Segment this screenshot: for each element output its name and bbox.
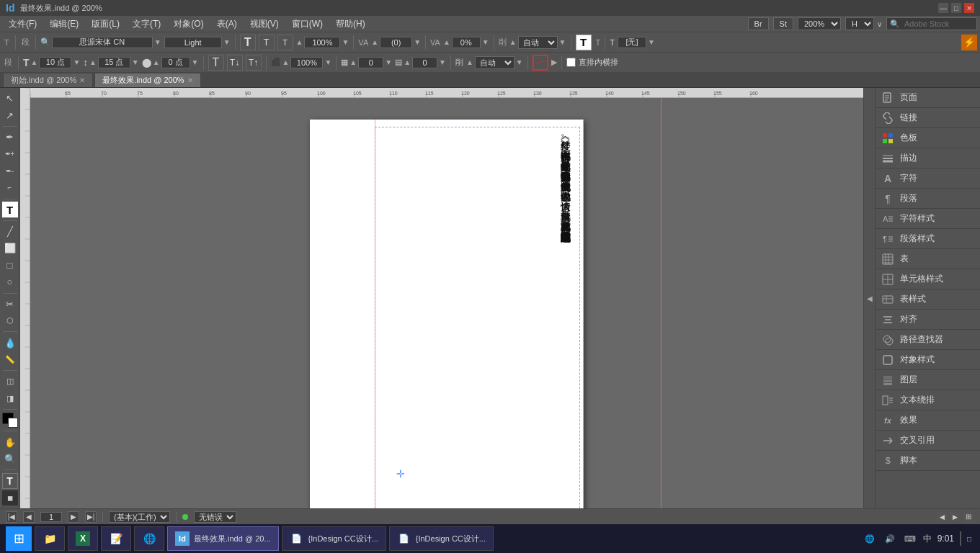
- taskbar-indesign-final[interactable]: Id 最终效果.indd @ 20...: [167, 526, 279, 551]
- last-page-btn[interactable]: ▶|: [85, 511, 97, 523]
- panel-stroke[interactable]: 描边: [876, 148, 980, 168]
- first-page-btn[interactable]: |◀: [6, 511, 17, 523]
- volume-icon[interactable]: 🔊: [883, 531, 897, 546]
- grid2-input[interactable]: [412, 57, 437, 68]
- direct-checkbox[interactable]: [566, 58, 576, 67]
- rect-frame-tool[interactable]: ⬜: [2, 240, 18, 256]
- selection-tool[interactable]: ↖: [2, 91, 18, 106]
- direct-select-tool[interactable]: ↗: [2, 107, 18, 122]
- errors-select[interactable]: 无错误: [194, 511, 236, 523]
- win-max-button[interactable]: □: [951, 3, 961, 13]
- font-size-small-btn[interactable]: T: [277, 35, 293, 50]
- menu-view[interactable]: 视图(V): [244, 17, 285, 32]
- convert-anchor[interactable]: ⌐: [2, 180, 18, 195]
- line-height-down[interactable]: ▼: [132, 58, 139, 66]
- gradient-feather-tool[interactable]: ◨: [2, 391, 18, 406]
- tab-final-close[interactable]: ✕: [187, 76, 193, 84]
- kern3-input[interactable]: [161, 57, 190, 68]
- tracking-input[interactable]: [452, 37, 481, 48]
- auto2-up[interactable]: ▲: [466, 58, 473, 66]
- taskbar-notepad[interactable]: 📝: [101, 526, 131, 551]
- panel-effects[interactable]: fx 效果: [876, 410, 980, 431]
- style-input[interactable]: [618, 37, 646, 48]
- text-frame[interactable]: 《红楼梦》。中国古典小说有许多部，巅峰之作无疑是《红楼梦》。它是一部具有世界影响…: [375, 127, 580, 508]
- tab-initial-close[interactable]: ✕: [79, 76, 85, 84]
- grid-view-btn[interactable]: ⊞: [963, 511, 974, 523]
- t-super-btn[interactable]: T↑: [246, 55, 262, 71]
- auto2-select[interactable]: 自动: [475, 56, 514, 69]
- panel-para-styles[interactable]: ¶ 段落样式: [876, 229, 980, 249]
- panel-cell-styles[interactable]: 单元格样式: [876, 269, 980, 289]
- network-icon[interactable]: 🌐: [863, 531, 877, 546]
- show-desktop-icon[interactable]: □: [960, 531, 974, 546]
- menu-layout[interactable]: 版面(L): [86, 17, 125, 32]
- font-size-med-btn[interactable]: T: [259, 35, 275, 50]
- lightning-button[interactable]: ⚡: [961, 35, 977, 50]
- line-height-input[interactable]: [98, 57, 130, 68]
- panel-text-wrap[interactable]: 文本绕排: [876, 390, 980, 410]
- scissors-tool[interactable]: ✂: [2, 297, 18, 312]
- canvas-wrapper[interactable]: 65 70 75 80 85 90 95 100 105 110 115 120…: [30, 88, 863, 508]
- auto-down-icon[interactable]: ▼: [559, 38, 566, 46]
- menu-edit[interactable]: 编辑(E): [44, 17, 84, 32]
- eyedropper-tool[interactable]: 💧: [2, 335, 18, 350]
- strip-arrow[interactable]: ◀: [867, 295, 873, 302]
- grid-input[interactable]: [358, 57, 383, 68]
- menu-help[interactable]: 帮助(H): [330, 17, 371, 32]
- taskbar-explorer[interactable]: 📁: [35, 526, 65, 551]
- canvas-area[interactable]: 《红楼梦》。中国古典小说有许多部，巅峰之作无疑是《红楼梦》。它是一部具有世界影响…: [30, 98, 863, 508]
- menu-object[interactable]: 对象(O): [168, 17, 209, 32]
- grid-up[interactable]: ▲: [349, 58, 357, 66]
- scroll-left-btn[interactable]: ◀: [937, 512, 947, 522]
- text-tool-active[interactable]: T: [576, 35, 592, 50]
- menu-text[interactable]: 文字(T): [127, 17, 166, 32]
- type-tool[interactable]: T: [2, 202, 18, 217]
- win-min-button[interactable]: —: [938, 3, 948, 13]
- kern3-down[interactable]: ▼: [192, 58, 199, 66]
- panel-links[interactable]: 链接: [876, 108, 980, 128]
- panel-align[interactable]: 对齐: [876, 310, 980, 330]
- menu-window[interactable]: 窗口(W): [286, 17, 329, 32]
- tracking-up-icon[interactable]: ▲: [443, 38, 450, 46]
- start-button[interactable]: ⊞: [6, 526, 32, 551]
- win-close-button[interactable]: ✕: [964, 3, 974, 13]
- panel-scripts[interactable]: $ 脚本: [876, 451, 980, 471]
- tab-initial[interactable]: 初始.indd @ 200% ✕: [3, 73, 93, 87]
- kern3-up[interactable]: ▲: [153, 58, 160, 66]
- keyboard-icon[interactable]: ⌨: [903, 531, 917, 546]
- mode-toggle[interactable]: ◼: [2, 490, 18, 505]
- panel-swatches[interactable]: 色板: [876, 128, 980, 148]
- page-number-input[interactable]: [40, 512, 62, 522]
- ime-indicator[interactable]: 中: [923, 533, 932, 545]
- grid-down[interactable]: ▼: [385, 58, 392, 66]
- kern-down-icon[interactable]: ▼: [414, 38, 421, 46]
- delete-anchor[interactable]: ✒-: [2, 163, 18, 179]
- prev-page-btn[interactable]: ◀: [23, 511, 35, 523]
- font-style-input[interactable]: [164, 37, 222, 48]
- ellipse-tool[interactable]: ○: [2, 274, 18, 289]
- rect-tool[interactable]: □: [2, 258, 18, 273]
- menu-file[interactable]: 文件(F): [3, 17, 43, 32]
- scroll-right-btn[interactable]: ▶: [950, 512, 960, 522]
- t-sub-btn[interactable]: T↓: [227, 55, 243, 71]
- next-page-btn[interactable]: ▶: [68, 511, 79, 523]
- font-style-arrow[interactable]: ▼: [223, 38, 231, 46]
- panel-obj-styles[interactable]: 对象样式: [876, 350, 980, 370]
- panel-character[interactable]: A 字符: [876, 168, 980, 189]
- zoom-select[interactable]: 200% 100% 50%: [798, 17, 841, 30]
- auto2-down[interactable]: ▼: [516, 58, 523, 66]
- taskbar-pdf1[interactable]: 📄 {InDesign CC设计...: [282, 526, 386, 551]
- measure-tool[interactable]: 📏: [2, 352, 18, 367]
- auto-select[interactable]: 自动: [518, 36, 558, 49]
- scale-down[interactable]: ▼: [324, 58, 331, 66]
- font-dropdown-arrow[interactable]: ▼: [154, 38, 161, 46]
- grid2-down[interactable]: ▼: [439, 58, 446, 66]
- tracking-down-icon[interactable]: ▼: [482, 38, 489, 46]
- font-size-down-icon[interactable]: ▼: [342, 38, 349, 46]
- font-size-input2[interactable]: [39, 57, 71, 68]
- taskbar-excel[interactable]: X: [68, 526, 98, 551]
- font-size-down2[interactable]: ▼: [73, 58, 80, 66]
- color-picker[interactable]: [2, 413, 18, 428]
- font-size-input[interactable]: [304, 37, 340, 48]
- bridge-button[interactable]: Br: [748, 17, 769, 30]
